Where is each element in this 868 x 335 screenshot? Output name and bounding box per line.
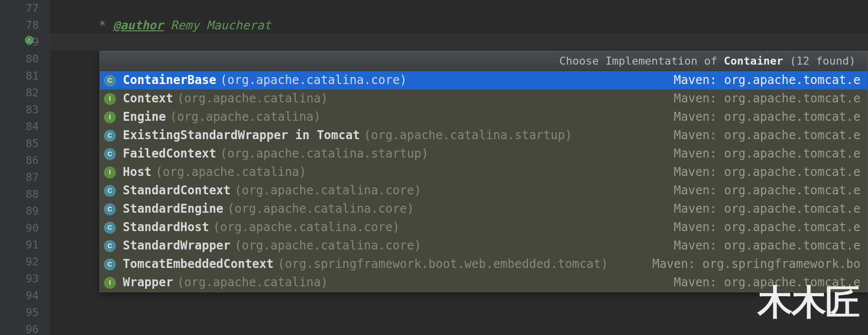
popup-item-package: (org.apache.catalina.core) — [235, 181, 422, 200]
code-line-77: * @author Remy Maucherat — [50, 0, 868, 17]
popup-item-name: Wrapper — [123, 273, 173, 292]
interface-icon: I — [104, 111, 116, 123]
line-number: 89 — [0, 203, 39, 220]
code-area[interactable]: * @author Remy Maucherat public interfac… — [50, 0, 868, 335]
popup-item[interactable]: CStandardContext(org.apache.catalina.cor… — [100, 181, 868, 200]
popup-item-source: Maven: org.apache.tomcat.e — [674, 108, 861, 126]
popup-item-name: StandardHost — [123, 218, 209, 237]
popup-list: CContainerBase(org.apache.catalina.core)… — [100, 71, 868, 292]
class-icon: C — [104, 203, 116, 215]
line-number-gutter: I ↓ 777879808182838485868788899091929394… — [0, 0, 50, 335]
line-number: 92 — [0, 253, 39, 270]
line-number: 81 — [0, 68, 39, 84]
popup-item-source: Maven: org.apache.tomcat.e — [674, 145, 861, 163]
popup-item-source: Maven: org.apache.tomcat.e — [674, 273, 861, 292]
code-line-79: public interface Container extends Lifec… — [50, 34, 868, 51]
popup-title-class: Container — [724, 55, 783, 67]
line-number: 93 — [0, 270, 39, 287]
line-number: 83 — [0, 101, 39, 118]
popup-item-name: Engine — [123, 108, 166, 126]
line-number: 86 — [0, 152, 39, 169]
popup-item-name: StandardContext — [123, 181, 231, 200]
line-number: 84 — [0, 118, 39, 135]
line-number: 95 — [0, 304, 39, 321]
popup-item[interactable]: IEngine(org.apache.catalina)Maven: org.a… — [100, 108, 868, 126]
popup-item-package: (org.springframework.boot.web.embedded.t… — [277, 255, 608, 273]
interface-icon: I — [104, 167, 116, 178]
popup-item-source: Maven: org.apache.tomcat.e — [674, 89, 861, 108]
popup-item-source: Maven: org.springframework.bo — [652, 255, 861, 273]
class-icon: C — [104, 130, 116, 142]
popup-title: Choose Implementation of Container (12 f… — [100, 51, 868, 71]
popup-item[interactable]: CContainerBase(org.apache.catalina.core)… — [100, 71, 868, 89]
popup-item-package: (org.apache.catalina.core) — [227, 200, 414, 218]
popup-item-source: Maven: org.apache.tomcat.e — [674, 218, 861, 237]
popup-item-name: TomcatEmbeddedContext — [123, 255, 273, 273]
line-number: 88 — [0, 186, 39, 203]
line-number: 94 — [0, 287, 39, 304]
popup-item-name: FailedContext — [123, 145, 216, 163]
line-number: 96 — [0, 321, 39, 335]
line-number: 79 — [0, 34, 39, 51]
class-icon: C — [104, 185, 116, 197]
line-number: 78 — [0, 17, 39, 34]
popup-item-name: Context — [123, 89, 173, 108]
popup-item-package: (org.apache.catalina.startup) — [220, 145, 429, 163]
popup-item-source: Maven: org.apache.tomcat.e — [674, 126, 861, 145]
doc-tag-author: @author — [113, 18, 164, 32]
editor-area: I ↓ 777879808182838485868788899091929394… — [0, 0, 868, 335]
interface-icon: I — [104, 93, 116, 105]
popup-item-package: (org.apache.catalina.core) — [220, 71, 407, 89]
popup-item-package: (org.apache.catalina.core) — [235, 237, 422, 255]
line-number: 91 — [0, 237, 39, 253]
popup-item[interactable]: IHost(org.apache.catalina)Maven: org.apa… — [100, 163, 868, 181]
popup-item-name: StandardWrapper — [123, 237, 231, 255]
popup-item-source: Maven: org.apache.tomcat.e — [674, 163, 861, 181]
popup-item-package: (org.apache.catalina) — [156, 163, 306, 181]
popup-item[interactable]: CFailedContext(org.apache.catalina.start… — [100, 145, 868, 163]
line-number: 85 — [0, 135, 39, 152]
popup-item-package: (org.apache.catalina) — [177, 89, 328, 108]
line-number: 80 — [0, 51, 39, 68]
popup-item-source: Maven: org.apache.tomcat.e — [674, 237, 861, 255]
popup-item-source: Maven: org.apache.tomcat.e — [674, 181, 861, 200]
popup-item[interactable]: CStandardEngine(org.apache.catalina.core… — [100, 200, 868, 218]
popup-item[interactable]: IWrapper(org.apache.catalina)Maven: org.… — [100, 273, 868, 292]
popup-item[interactable]: CTomcatEmbeddedContext(org.springframewo… — [100, 255, 868, 273]
line-number: 87 — [0, 169, 39, 186]
popup-title-prefix: Choose Implementation of — [559, 55, 724, 67]
popup-item-name: StandardEngine — [123, 200, 223, 218]
doc-star: * — [99, 18, 113, 32]
popup-item[interactable]: CStandardHost(org.apache.catalina.core)M… — [100, 218, 868, 237]
popup-title-suffix: (12 found) — [783, 55, 856, 67]
popup-item-package: (org.apache.catalina.core) — [213, 218, 400, 237]
line-number: 90 — [0, 220, 39, 237]
choose-implementation-popup[interactable]: Choose Implementation of Container (12 f… — [99, 51, 868, 292]
popup-item[interactable]: CStandardWrapper(org.apache.catalina.cor… — [100, 237, 868, 255]
popup-item-package: (org.apache.catalina) — [177, 273, 328, 292]
popup-item[interactable]: IContext(org.apache.catalina)Maven: org.… — [100, 89, 868, 108]
class-icon: C — [104, 258, 116, 270]
class-icon: C — [104, 240, 116, 252]
class-icon: C — [104, 75, 116, 86]
doc-author-name: Remy Maucherat — [164, 18, 271, 32]
popup-item-name: ExistingStandardWrapper in Tomcat — [123, 126, 360, 145]
line-number: 82 — [0, 84, 39, 101]
popup-item-source: Maven: org.apache.tomcat.e — [674, 71, 861, 89]
popup-item-package: (org.apache.catalina.startup) — [364, 126, 572, 145]
popup-item[interactable]: CExistingStandardWrapper in Tomcat(org.a… — [100, 126, 868, 145]
popup-item-name: ContainerBase — [123, 71, 216, 89]
interface-icon: I — [104, 277, 116, 289]
class-icon: C — [104, 222, 116, 234]
popup-item-name: Host — [123, 163, 152, 181]
class-icon: C — [104, 148, 116, 160]
popup-item-source: Maven: org.apache.tomcat.e — [674, 200, 861, 218]
popup-item-package: (org.apache.catalina) — [170, 108, 321, 126]
line-number: 77 — [0, 0, 39, 17]
